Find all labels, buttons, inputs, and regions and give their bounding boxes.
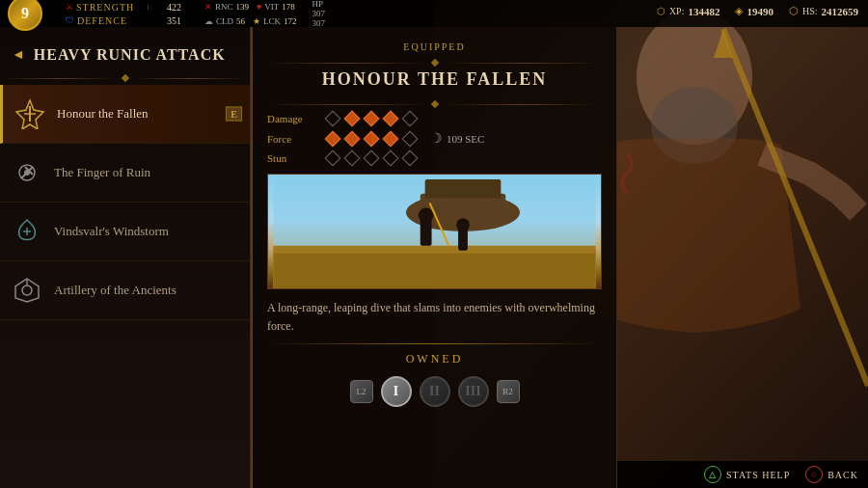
cld-stat: ☁ CLD 56 xyxy=(204,16,245,26)
title-divider-bot xyxy=(267,101,602,107)
svg-rect-18 xyxy=(273,246,595,254)
force-d3 xyxy=(364,130,380,147)
force-label: Force xyxy=(267,133,320,145)
lck-stat: ★ LCK 172 xyxy=(253,16,297,26)
top-right-stats: ⬡ XP: 134482 ◈ 19490 ⬡ HS: 2412659 xyxy=(657,5,858,17)
hs-display: ⬡ HS: 2412659 xyxy=(789,5,858,17)
ddiamond2 xyxy=(430,100,438,108)
skill-icon-3 xyxy=(10,273,44,308)
left-panel: ◄ HEAVY RUNIC ATTACK Honour the Fallen E xyxy=(0,0,251,488)
skill-description: A long-range, leaping dive that slams in… xyxy=(267,299,602,336)
skill-item-3[interactable]: Artillery of the Ancients xyxy=(0,261,250,320)
strength-label: STRENGTH xyxy=(76,2,144,13)
divider-diamond xyxy=(121,74,128,82)
gold-icon: ◈ xyxy=(735,5,743,17)
xp-value: 134482 xyxy=(688,6,719,17)
level-value: 9 xyxy=(21,5,29,22)
left-stats-group: ⚔ STRENGTH 422 🛡 DEFENCE 351 xyxy=(58,1,189,27)
circle-button[interactable]: ○ xyxy=(805,466,823,483)
vit-stat: ♥ VIT 178 xyxy=(257,2,295,12)
xp-label: XP: xyxy=(669,6,685,16)
stun-label: Stun xyxy=(267,152,320,164)
section-divider xyxy=(0,75,250,81)
stun-d1 xyxy=(325,150,341,167)
divider-line-left xyxy=(0,78,119,79)
back-action[interactable]: ○ BACK xyxy=(805,466,858,483)
svg-point-11 xyxy=(22,285,32,295)
dline3 xyxy=(267,104,428,105)
strength-fill xyxy=(148,5,149,10)
slot1-button[interactable]: I xyxy=(381,376,412,407)
lck-value: 172 xyxy=(284,16,297,26)
r2-button[interactable]: R2 xyxy=(497,380,520,403)
triangle-icon: △ xyxy=(709,470,717,479)
rnc-label: RNC xyxy=(215,2,233,12)
strength-bar xyxy=(148,5,149,10)
xp-display: ⬡ XP: 134482 xyxy=(657,6,720,17)
defence-value: 351 xyxy=(152,15,181,26)
section-arrow: ◄ xyxy=(12,47,26,63)
cld-value: 56 xyxy=(236,16,245,26)
gold-value: 19490 xyxy=(746,6,773,17)
strength-stat: ⚔ STRENGTH 422 xyxy=(58,1,189,14)
defence-stat: 🛡 DEFENCE 351 xyxy=(58,14,189,27)
rnc-value: 139 xyxy=(236,2,250,12)
section-title-text: HEAVY RUNIC ATTACK xyxy=(34,46,226,64)
rnc-stat: ✕ RNC 139 xyxy=(204,2,249,12)
stun-d2 xyxy=(344,150,361,167)
svg-point-20 xyxy=(419,207,434,223)
moon-icon: ☽ xyxy=(430,130,443,147)
equipped-label: Equipped xyxy=(267,41,602,52)
cooldown-info: ☽ 109 SEC xyxy=(430,130,484,147)
hs-value: 2412659 xyxy=(822,6,859,17)
vit-label: VIT xyxy=(264,2,279,12)
cld-icon: ☁ xyxy=(204,16,213,26)
force-d4 xyxy=(383,130,399,147)
rnc-icon: ✕ xyxy=(204,2,212,12)
title-divider-top xyxy=(267,60,602,66)
damage-d5 xyxy=(402,111,419,127)
damage-d2 xyxy=(344,111,361,127)
back-label: BACK xyxy=(827,470,858,480)
slot2-button[interactable]: II xyxy=(420,376,450,407)
strength-value: 422 xyxy=(152,2,181,13)
circle-icon: ○ xyxy=(811,470,817,479)
skill-name-0: Honour the Fallen xyxy=(57,106,149,122)
slot3-button[interactable]: III xyxy=(458,376,489,407)
skill-item-2[interactable]: Vindsvalr's Windstorm xyxy=(0,203,250,261)
force-d1 xyxy=(325,130,341,147)
sub-stats-group: ✕ RNC 139 ♥ VIT 178 ☁ CLD 56 ★ LCK 172 xyxy=(197,0,305,28)
skill-item-1[interactable]: The Finger of Ruin xyxy=(0,144,250,203)
hp-current: 307 xyxy=(312,9,326,18)
section-title: ◄ HEAVY RUNIC ATTACK xyxy=(0,39,250,71)
lck-label: LCK xyxy=(263,16,281,26)
hp-max: 307 xyxy=(312,18,326,28)
divider-line-right xyxy=(132,78,251,79)
l2-button[interactable]: L2 xyxy=(350,380,373,403)
skill-badge-0: E xyxy=(226,107,242,122)
cld-label: CLD xyxy=(216,16,233,26)
triangle-button[interactable]: △ xyxy=(704,466,721,483)
defence-icon: 🛡 xyxy=(66,15,74,25)
owned-label: OWNED xyxy=(267,352,602,366)
player-level: 9 xyxy=(8,0,42,31)
skill-name-3: Artillery of the Ancients xyxy=(54,283,176,298)
button-row: L2 I II III R2 xyxy=(267,376,602,407)
skill-name-1: The Finger of Ruin xyxy=(54,165,150,180)
vit-value: 178 xyxy=(282,2,295,12)
stats-help-action[interactable]: △ STATS HELP xyxy=(704,466,790,483)
force-d2 xyxy=(344,130,361,147)
hs-label: HS: xyxy=(802,6,818,16)
damage-d3 xyxy=(364,111,380,127)
svg-point-23 xyxy=(456,218,470,231)
stats-help-label: STATS HELP xyxy=(726,470,790,480)
dline1 xyxy=(267,63,428,64)
skill-name-2: Vindsvalr's Windstorm xyxy=(54,224,169,239)
svg-rect-16 xyxy=(425,179,502,199)
owned-divider xyxy=(267,343,602,344)
bottom-bar: △ STATS HELP ○ BACK xyxy=(617,461,868,488)
skill-detail-title: HONOUR THE FALLEN xyxy=(267,69,602,90)
lck-icon: ★ xyxy=(253,16,260,26)
skill-item-0[interactable]: Honour the Fallen E xyxy=(0,85,250,144)
dline4 xyxy=(442,104,603,105)
